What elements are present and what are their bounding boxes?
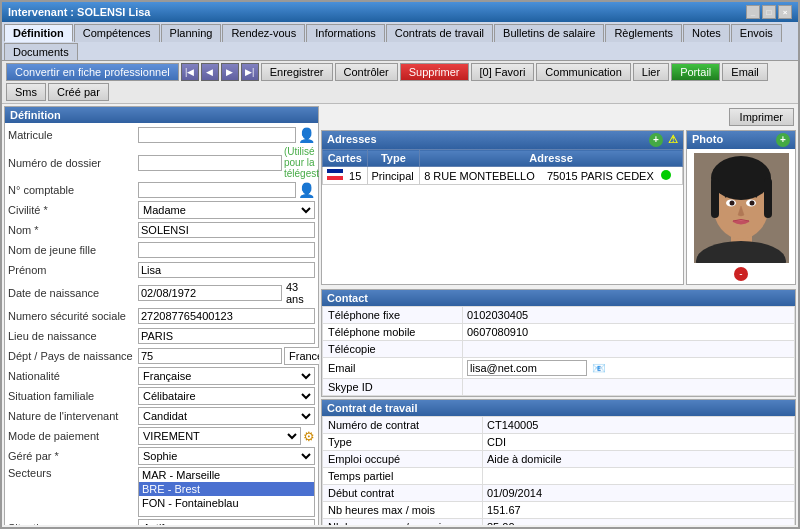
situation-familiale-select[interactable]: Célibataire (138, 387, 315, 405)
controler-button[interactable]: Contrôler (335, 63, 398, 81)
telecopie-label: Télécopie (323, 341, 463, 358)
dept-input[interactable] (138, 348, 282, 364)
paiement-icon: ⚙ (303, 429, 315, 444)
active-status-icon (661, 170, 671, 180)
tel-fixe-value: 0102030405 (463, 307, 795, 324)
person-icon-1: 👤 (298, 127, 315, 143)
num-comptable-input[interactable] (138, 182, 296, 198)
nav-last-button[interactable]: ▶| (241, 63, 259, 81)
num-dossier-input[interactable] (138, 155, 282, 171)
nom-input[interactable] (138, 222, 315, 238)
maximize-button[interactable]: □ (762, 5, 776, 19)
date-naissance-input[interactable] (138, 285, 282, 301)
age-value: 43 ans (286, 281, 315, 305)
france-flag-icon (327, 169, 343, 180)
gere-par-label: Géré par * (8, 450, 138, 462)
tab-bulletins-salaire[interactable]: Bulletins de salaire (494, 24, 604, 42)
left-panel: Définition Matricule 👤 Numéro de dossier… (4, 106, 319, 525)
num-secu-row: Numero sécurité sociale (8, 307, 315, 325)
tab-contrats-travail[interactable]: Contrats de travail (386, 24, 493, 42)
gere-par-select[interactable]: Sophie (138, 447, 315, 465)
supprimer-button[interactable]: Supprimer (400, 63, 469, 81)
nationalite-select[interactable]: Française (138, 367, 315, 385)
contrat-travail-section: Contrat de travail Numéro de contrat CT1… (321, 399, 796, 525)
photo-remove-row: - (687, 267, 795, 284)
imprimer-button[interactable]: Imprimer (729, 108, 794, 126)
num-comptable-label: N° comptable (8, 184, 138, 196)
num-dossier-hint: (Utilisé pour la télégestion) (284, 146, 319, 179)
add-address-button[interactable]: + (649, 133, 663, 147)
tab-rendez-vous[interactable]: Rendez-vous (222, 24, 305, 42)
table-row: Téléphone fixe 0102030405 (323, 307, 795, 324)
debut-contrat-label: Début contrat (323, 485, 483, 502)
tab-notes[interactable]: Notes (683, 24, 730, 42)
cell-adresse: 8 RUE MONTEBELLO 75015 PARIS CEDEX (420, 167, 683, 185)
prenom-input[interactable] (138, 262, 315, 278)
tab-envois[interactable]: Envois (731, 24, 782, 42)
date-naissance-row: Date de naissance 43 ans (8, 281, 315, 305)
telecopie-value (463, 341, 795, 358)
right-panel: Imprimer Adresses + ⚠ (321, 106, 796, 525)
communication-button[interactable]: Communication (536, 63, 630, 81)
remove-photo-button[interactable]: - (734, 267, 748, 281)
warning-icon: ⚠ (668, 133, 678, 145)
list-item[interactable]: BRE - Brest (139, 482, 314, 496)
civilite-select[interactable]: Madame Monsieur Mademoiselle (138, 201, 315, 219)
cell-cartes: 15 (323, 167, 368, 185)
email-input[interactable] (467, 360, 587, 376)
main-window: Intervenant : SOLENSI Lisa _ □ × Définit… (0, 0, 800, 529)
definition-header: Définition (5, 107, 318, 123)
nav-prev-button[interactable]: ◀ (201, 63, 219, 81)
portail-button[interactable]: Portail (671, 63, 720, 81)
tab-documents[interactable]: Documents (4, 43, 78, 60)
window-title: Intervenant : SOLENSI Lisa (8, 6, 150, 18)
cartes-value: 15 (349, 170, 361, 182)
photo-header: Photo + (687, 131, 795, 149)
table-row[interactable]: 15 Principal 8 RUE MONTEBELLO 75015 PARI… (323, 167, 683, 185)
list-item[interactable]: FON - Fontaineblau (139, 496, 314, 510)
table-row: Nb heures max / semaine 35.00 (323, 519, 795, 526)
tab-reglements[interactable]: Règlements (605, 24, 682, 42)
svg-point-9 (729, 201, 734, 206)
sms-button[interactable]: Sms (6, 83, 46, 101)
situation-row: Situation Actif (8, 519, 315, 525)
tab-planning[interactable]: Planning (161, 24, 222, 42)
pays-select[interactable]: France (284, 347, 319, 365)
nav-next-button[interactable]: ▶ (221, 63, 239, 81)
dept-row: Dépt / Pays de naissance France (8, 347, 315, 365)
nb-heures-mois-label: Nb heures max / mois (323, 502, 483, 519)
nav-first-button[interactable]: |◀ (181, 63, 199, 81)
nom-jeune-fille-input[interactable] (138, 242, 315, 258)
adresses-table: Cartes Type Adresse 15 Pr (322, 149, 683, 185)
tab-definition[interactable]: Définition (4, 24, 73, 42)
matricule-input[interactable] (138, 127, 296, 143)
add-photo-button[interactable]: + (776, 133, 790, 147)
lier-button[interactable]: Lier (633, 63, 669, 81)
lieu-naissance-input[interactable] (138, 328, 315, 344)
dept-label: Dépt / Pays de naissance (8, 350, 138, 362)
tab-informations[interactable]: Informations (306, 24, 385, 42)
email-button[interactable]: Email (722, 63, 768, 81)
nature-intervenant-select[interactable]: Candidat (138, 407, 315, 425)
num-secu-input[interactable] (138, 308, 315, 324)
enregistrer-button[interactable]: Enregistrer (261, 63, 333, 81)
right-top-row: Adresses + ⚠ Cartes Type Adresse (321, 130, 796, 285)
secteurs-listbox[interactable]: MAR - Marseille BRE - Brest FON - Fontai… (138, 467, 315, 517)
minimize-button[interactable]: _ (746, 5, 760, 19)
secteurs-row: Secteurs MAR - Marseille BRE - Brest FON… (8, 467, 315, 517)
type-contrat-label: Type (323, 434, 483, 451)
tab-competences[interactable]: Compétences (74, 24, 160, 42)
imprimer-row: Imprimer (321, 106, 796, 128)
situation-select[interactable]: Actif (138, 519, 315, 525)
photo-section: Photo + (686, 130, 796, 285)
nature-intervenant-label: Nature de l'intervenant (8, 410, 138, 422)
cree-par-button[interactable]: Créé par (48, 83, 109, 101)
convert-button[interactable]: Convertir en fiche professionnel (6, 63, 179, 81)
mode-paiement-select[interactable]: VIREMENT (138, 427, 301, 445)
close-button[interactable]: × (778, 5, 792, 19)
tab-bar: Définition Compétences Planning Rendez-v… (2, 22, 798, 61)
table-row: Nb heures max / mois 151.67 (323, 502, 795, 519)
col-type: Type (367, 150, 420, 167)
list-item[interactable]: MAR - Marseille (139, 468, 314, 482)
favori-button[interactable]: [0] Favori (471, 63, 535, 81)
